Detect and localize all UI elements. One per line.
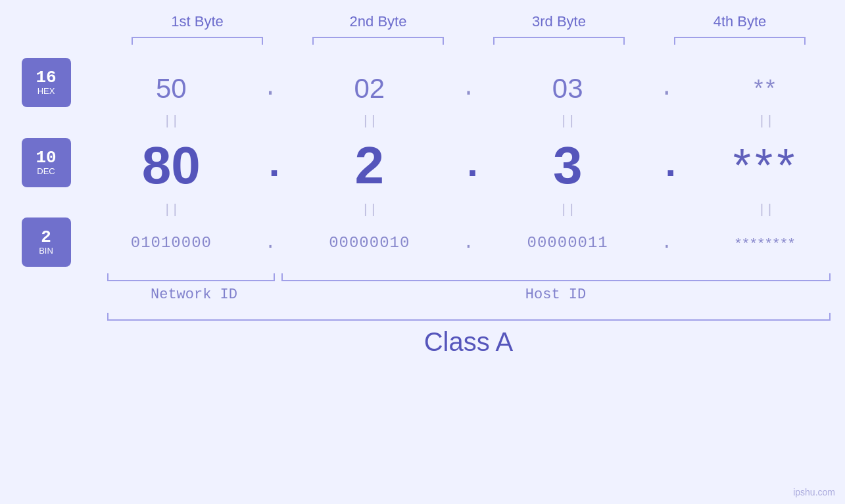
hex-val-2: 02 xyxy=(297,61,442,111)
bracket-4 xyxy=(674,37,806,45)
bin-badge: 2 BIN xyxy=(22,218,71,267)
dec-badge-base: DEC xyxy=(37,166,55,176)
equals-content-1: || || || || xyxy=(92,114,845,129)
hex-row: 16 HEX 50 . 02 . 03 . ** xyxy=(0,58,845,114)
eq-2-2: || xyxy=(297,202,442,218)
dec-val-1: 80 xyxy=(99,129,243,202)
eq-2-1: || xyxy=(99,202,243,218)
bracket-2 xyxy=(312,37,444,45)
byte-header-3: 3rd Byte xyxy=(487,13,631,30)
hex-badge: 16 HEX xyxy=(22,58,71,107)
host-id-label: Host ID xyxy=(281,286,831,303)
hex-val-3: 03 xyxy=(495,61,640,111)
id-brackets xyxy=(107,273,831,281)
bin-badge-number: 2 xyxy=(41,229,51,246)
hex-val-1: 50 xyxy=(99,61,243,111)
eq-2-3: || xyxy=(495,202,640,218)
bottom-bracket-section: Network ID Host ID xyxy=(107,273,831,303)
eq-sep-1 xyxy=(257,114,283,129)
network-id-label: Network ID xyxy=(107,286,281,303)
bracket-3 xyxy=(493,37,625,45)
hex-badge-number: 16 xyxy=(36,69,56,86)
dec-val-3: 3 xyxy=(495,129,640,202)
dec-dot-2: . xyxy=(455,137,481,195)
hex-badge-col: 16 HEX xyxy=(0,58,92,114)
eq-1-3: || xyxy=(495,114,640,129)
byte-header-2: 2nd Byte xyxy=(306,13,450,30)
hex-dot-1: . xyxy=(257,63,283,108)
bin-val-2: 00000010 xyxy=(297,227,442,263)
dec-values: 80 . 2 . 3 . *** xyxy=(92,129,845,202)
byte-headers: 1st Byte 2nd Byte 3rd Byte 4th Byte xyxy=(107,13,831,30)
bin-row: 2 BIN 01010000 . 00000010 . 00000011 . *… xyxy=(0,218,845,273)
eq-sep-6 xyxy=(654,202,680,218)
main-container: 1st Byte 2nd Byte 3rd Byte 4th Byte 16 H… xyxy=(0,0,845,504)
bracket-1 xyxy=(132,37,263,45)
watermark: ipshu.com xyxy=(793,487,835,497)
equals-content-2: || || || || xyxy=(92,202,845,218)
bracket-gap xyxy=(275,273,281,281)
dec-dot-1: . xyxy=(257,137,283,195)
dec-val-4: *** xyxy=(694,133,838,198)
bin-val-1: 01010000 xyxy=(99,227,243,263)
eq-sep-5 xyxy=(455,202,481,218)
eq-1-4: || xyxy=(694,114,838,129)
class-bracket xyxy=(107,313,831,321)
dec-val-2: 2 xyxy=(297,129,442,202)
bin-dot-1: . xyxy=(257,226,283,265)
hex-dot-3: . xyxy=(654,63,680,108)
eq-1-1: || xyxy=(99,114,243,129)
bin-dot-2: . xyxy=(455,226,481,265)
bin-val-3: 00000011 xyxy=(495,227,640,263)
hex-val-4: ** xyxy=(694,63,838,109)
eq-1-2: || xyxy=(297,114,442,129)
eq-sep-4 xyxy=(257,202,283,218)
eq-sep-2 xyxy=(455,114,481,129)
class-label: Class A xyxy=(107,327,831,357)
hex-values: 50 . 02 . 03 . ** xyxy=(92,61,845,111)
class-bracket-section: Class A xyxy=(107,313,831,357)
bin-val-4: ******** xyxy=(694,228,838,263)
id-labels: Network ID Host ID xyxy=(107,286,831,303)
equals-divider-1: || || || || xyxy=(0,114,845,129)
dec-badge-col: 10 DEC xyxy=(0,138,92,194)
eq-2-4: || xyxy=(694,202,838,218)
dec-badge: 10 DEC xyxy=(22,138,71,187)
dec-row: 10 DEC 80 . 2 . 3 . *** xyxy=(0,129,845,202)
equals-divider-2: || || || || xyxy=(0,202,845,218)
host-bracket xyxy=(281,273,831,281)
bin-badge-base: BIN xyxy=(39,246,53,256)
dec-badge-number: 10 xyxy=(36,149,56,166)
top-brackets xyxy=(107,37,831,45)
bin-values: 01010000 . 00000010 . 00000011 . *******… xyxy=(92,226,845,265)
byte-header-4: 4th Byte xyxy=(667,13,812,30)
hex-dot-2: . xyxy=(455,63,481,108)
dec-dot-3: . xyxy=(654,137,680,195)
network-bracket xyxy=(107,273,275,281)
bin-badge-col: 2 BIN xyxy=(0,218,92,273)
hex-badge-base: HEX xyxy=(37,86,55,96)
bin-dot-3: . xyxy=(654,226,680,265)
byte-header-1: 1st Byte xyxy=(125,13,270,30)
eq-sep-3 xyxy=(654,114,680,129)
